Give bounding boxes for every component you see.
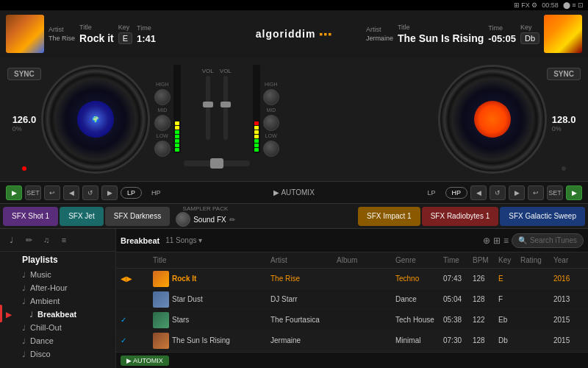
- right-hp-filter[interactable]: HP: [445, 187, 468, 199]
- right-set-button[interactable]: SET: [547, 185, 563, 200]
- left-hp-filter[interactable]: HP: [145, 187, 168, 199]
- sidebar-item-dance[interactable]: ♩ Dance: [0, 334, 115, 347]
- left-set-button[interactable]: SET: [25, 185, 41, 200]
- sidebar-item-breakbeat[interactable]: ▶ ♩ Breakbeat: [0, 308, 115, 321]
- sfx-impact1-button[interactable]: SFX Impact 1: [358, 207, 420, 226]
- header-genre: Genre: [395, 256, 443, 264]
- breakbeat-icon: ♩: [29, 311, 33, 319]
- track-genre: Tech House: [395, 316, 443, 324]
- deck-left-key-info: Key E: [118, 24, 132, 44]
- track-artist: DJ Starr: [270, 295, 337, 303]
- left-eq-mid[interactable]: [154, 115, 171, 131]
- deck-center: algoriddim ▪▪▪: [250, 10, 338, 57]
- left-eq-low[interactable]: [154, 141, 171, 157]
- crossfader[interactable]: [184, 160, 250, 171]
- track-key: E: [498, 275, 520, 283]
- sidebar-item-after-hour[interactable]: ♩ After-Hour: [0, 281, 115, 294]
- left-sync-button[interactable]: SYNC: [7, 68, 41, 80]
- track-list: ◀▶ Rock It The Rise Techno 07:43 126 E 2…: [116, 269, 588, 352]
- sidebar-music-icon[interactable]: ♩: [3, 232, 19, 248]
- deck-right-key: Db: [520, 32, 539, 44]
- left-lp-filter[interactable]: LP: [121, 187, 142, 199]
- sidebar-note-icon[interactable]: ♫: [38, 232, 54, 248]
- left-play-button[interactable]: ▶: [6, 185, 22, 200]
- table-row[interactable]: ✓ Stars The Fourtasica Tech House 05:38 …: [116, 310, 588, 330]
- sidebar-edit-icon[interactable]: ✏: [21, 232, 37, 248]
- sfx-galactic-button[interactable]: SFX Galactic Sweep: [500, 207, 585, 226]
- deck-left-title: Rock it: [79, 32, 114, 44]
- filter-icon[interactable]: ⊕: [483, 236, 490, 246]
- sidebar-item-chill-out[interactable]: ♩ Chill-Out: [0, 321, 115, 334]
- itunes-search[interactable]: 🔍 Search iTunes: [512, 233, 584, 248]
- right-turntable[interactable]: [438, 65, 547, 174]
- deck-right-artist-info: Artist Jermaine: [366, 26, 393, 42]
- deck-left-title-info: Title Rock it: [79, 24, 114, 44]
- deck-area: SYNC 126.0 0% 🌍 HIGH MID LOW: [0, 57, 588, 181]
- transport-bar: ▶ SET ↩ ◀ ↺ ▶ LP HP ▶ AUTOMIX LP HP ◀ ↺ …: [0, 181, 588, 203]
- header-artist: Artist: [270, 256, 337, 264]
- deck-left-artist: The Rise: [49, 35, 75, 42]
- track-title: Rock It: [153, 271, 270, 287]
- left-volume-fader[interactable]: VOL: [202, 68, 214, 140]
- right-vu-meter: [253, 65, 260, 153]
- left-bpm: 126.0: [12, 114, 37, 125]
- automix-bar: ▶ AUTOMIX: [116, 352, 588, 368]
- right-loop-button[interactable]: ↺: [490, 185, 506, 200]
- sidebar-item-ambient[interactable]: ♩ Ambient: [0, 294, 115, 308]
- right-back-button[interactable]: ◀: [470, 185, 487, 200]
- left-back-button[interactable]: ◀: [63, 185, 79, 200]
- music-icon: ♩: [22, 271, 26, 279]
- view-grid-icon[interactable]: ⊞: [493, 236, 501, 246]
- left-side-controls: SYNC 126.0 0%: [7, 65, 41, 174]
- left-turntable[interactable]: 🌍: [41, 65, 150, 174]
- left-eq-high[interactable]: [154, 89, 171, 105]
- deck-right-time: -05:05: [488, 33, 516, 44]
- track-year: 2013: [553, 295, 579, 303]
- sfx-shot1-button[interactable]: SFX Shot 1: [3, 207, 58, 226]
- right-lp-filter[interactable]: LP: [420, 187, 442, 199]
- table-row[interactable]: Star Dust DJ Starr Dance 05:04 128 F 201…: [116, 289, 588, 310]
- sidebar-item-music[interactable]: ♩ Music: [0, 268, 115, 281]
- deck-right-title-info: Title The Sun Is Rising: [398, 24, 484, 44]
- search-placeholder: Search iTunes: [530, 236, 577, 244]
- sidebar-list-icon[interactable]: ≡: [56, 232, 72, 248]
- check-icon: ✓: [121, 336, 137, 344]
- sidebar-item-disco[interactable]: ♩ Disco: [0, 347, 115, 361]
- left-vu-meter: [173, 65, 181, 153]
- right-eq-low[interactable]: [263, 141, 279, 157]
- right-eq-high[interactable]: [263, 89, 279, 105]
- view-list-icon[interactable]: ≡: [503, 236, 509, 246]
- automix-play-button[interactable]: ▶ AUTOMIX: [121, 355, 169, 366]
- sfx-darkness-button[interactable]: SFX Darkness: [105, 207, 170, 226]
- right-sync-button[interactable]: SYNC: [547, 68, 581, 80]
- table-row[interactable]: ✓ The Sun Is Rising Jermaine Minimal 07:…: [116, 330, 588, 351]
- ambient-icon: ♩: [22, 297, 26, 305]
- sfx-radiobytes-button[interactable]: SFX Radiobytes 1: [422, 207, 499, 226]
- right-eq-mid[interactable]: [263, 115, 279, 131]
- track-key: Eb: [498, 316, 520, 324]
- content-tabs: Breakbeat 11 Songs ▾ ⊕ ⊞ ≡ 🔍 Search iTun…: [116, 229, 588, 252]
- right-turntable-art: [474, 101, 511, 138]
- right-play-button[interactable]: ▶: [566, 185, 582, 200]
- header-bpm: BPM: [473, 256, 498, 264]
- sfx-bar: SFX Shot 1 SFX Jet SFX Darkness SAMPLER …: [0, 203, 588, 228]
- search-icon: 🔍: [518, 236, 527, 244]
- table-row[interactable]: ◀▶ Rock It The Rise Techno 07:43 126 E 2…: [116, 269, 588, 289]
- left-forward-button[interactable]: ▶: [101, 185, 118, 200]
- track-bpm: 122: [473, 316, 498, 324]
- sfx-jet-button[interactable]: SFX Jet: [60, 207, 104, 226]
- right-bpm: 128.0: [552, 114, 576, 125]
- automix-button[interactable]: ▶ AUTOMIX: [273, 188, 315, 197]
- sfx-volume-knob[interactable]: [176, 212, 190, 227]
- deck-left-art: [6, 15, 44, 53]
- header-album: Album: [337, 256, 395, 264]
- battery-icon: ⬤ ≡ ⊡: [563, 1, 584, 9]
- right-cue-button[interactable]: ↩: [528, 185, 544, 200]
- right-volume-fader[interactable]: VOL: [220, 68, 232, 140]
- track-artist: Jermaine: [270, 336, 337, 344]
- left-cue-button[interactable]: ↩: [44, 185, 60, 200]
- left-bpm-sub: 0%: [12, 125, 37, 132]
- left-loop-button[interactable]: ↺: [82, 185, 98, 200]
- right-forward-button[interactable]: ▶: [509, 185, 525, 200]
- track-time: 07:43: [443, 275, 473, 283]
